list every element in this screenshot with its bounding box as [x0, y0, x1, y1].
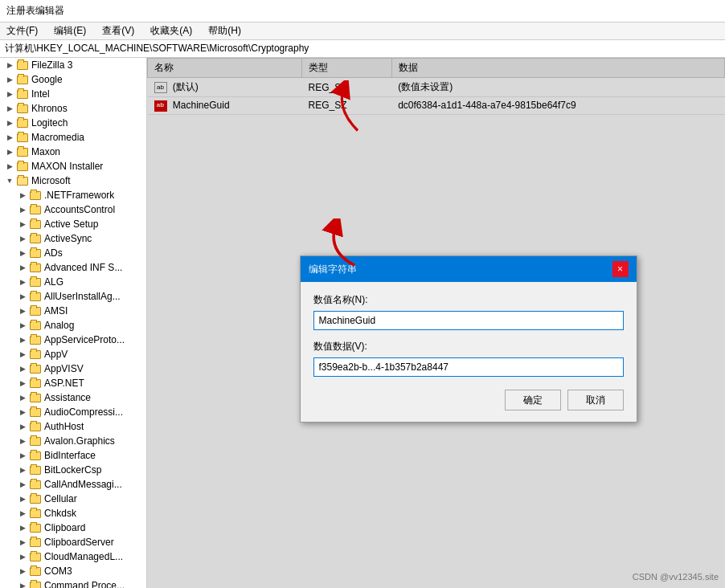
folder-icon — [29, 218, 42, 231]
tree-label: Avalon.Graphics — [44, 435, 115, 447]
tree-label: Active Setup — [44, 218, 98, 230]
tree-arrow: ▶ — [3, 90, 16, 98]
data-label: 数值数据(V): — [313, 340, 624, 353]
tree-item-google[interactable]: ▶ Google — [0, 72, 146, 87]
tree-item-clipboard[interactable]: ▶ Clipboard — [0, 521, 146, 535]
tree-item-accountscontrol[interactable]: ▶ AccountsControl — [0, 202, 146, 217]
tree-arrow: ▶ — [16, 509, 29, 517]
tree-item-appvisv[interactable]: ▶ AppVISV — [0, 361, 146, 376]
cancel-button[interactable]: 取消 — [567, 390, 624, 410]
address-bar: 计算机\HKEY_LOCAL_MACHINE\SOFTWARE\Microsof… — [0, 40, 725, 58]
tree-item-microsoft[interactable]: ▼ Microsoft — [0, 174, 146, 188]
tree-item-advancedinf[interactable]: ▶ Advanced INF S... — [0, 260, 146, 275]
tree-label: Assistance — [44, 392, 91, 403]
tree-item-cloudmanaged[interactable]: ▶ CloudManagedL... — [0, 549, 146, 564]
tree-label: COM3 — [44, 566, 72, 577]
tree-arrow: ▶ — [16, 220, 29, 228]
folder-icon — [29, 290, 42, 303]
title-bar: 注册表编辑器 — [0, 0, 725, 22]
tree-arrow: ▶ — [16, 451, 29, 459]
tree-arrow: ▶ — [16, 423, 29, 431]
tree-arrow: ▶ — [16, 321, 29, 329]
folder-icon — [16, 73, 29, 86]
name-input[interactable] — [313, 311, 624, 330]
tree-label: .NETFramework — [44, 190, 114, 201]
tree-label: ALG — [44, 276, 63, 288]
tree-panel[interactable]: ▶ FileZilla 3 ▶ Google ▶ Intel ▶ Khronos… — [0, 58, 147, 588]
folder-icon — [29, 261, 42, 274]
tree-item-intel[interactable]: ▶ Intel — [0, 87, 146, 101]
tree-item-avalon[interactable]: ▶ Avalon.Graphics — [0, 434, 146, 448]
folder-icon — [29, 536, 42, 549]
tree-item-maxon-installer[interactable]: ▶ MAXON Installer — [0, 159, 146, 174]
menu-file[interactable]: 文件(F) — [3, 23, 41, 39]
tree-arrow: ▶ — [16, 379, 29, 387]
tree-item-authhost[interactable]: ▶ AuthHost — [0, 419, 146, 434]
tree-arrow: ▶ — [16, 336, 29, 344]
folder-icon — [16, 102, 29, 115]
dialog-close-button[interactable]: × — [612, 261, 629, 277]
right-panel: 名称 类型 数据 ab (默认) REG_SZ (数值未设置) ab — [147, 58, 725, 588]
tree-item-commandproce[interactable]: ▶ Command Proce... — [0, 578, 146, 588]
folder-icon — [16, 145, 29, 158]
tree-arrow: ▶ — [3, 104, 16, 112]
tree-arrow: ▶ — [16, 206, 29, 214]
tree-label: BitLockerCsp — [44, 464, 101, 476]
tree-item-bidinterface[interactable]: ▶ BidInterface — [0, 448, 146, 463]
folder-icon — [16, 131, 29, 144]
tree-item-callandmessagi[interactable]: ▶ CallAndMessagi... — [0, 477, 146, 492]
tree-item-assistance[interactable]: ▶ Assistance — [0, 390, 146, 405]
folder-icon — [29, 319, 42, 332]
tree-label: Command Proce... — [44, 580, 125, 588]
tree-label: MAXON Installer — [31, 161, 103, 172]
folder-icon — [29, 203, 42, 216]
tree-item-ads[interactable]: ▶ ADs — [0, 246, 146, 260]
tree-item-aspnet[interactable]: ▶ ASP.NET — [0, 376, 146, 390]
tree-item-cellular[interactable]: ▶ Cellular — [0, 492, 146, 506]
tree-arrow: ▶ — [16, 524, 29, 532]
tree-item-alg[interactable]: ▶ ALG — [0, 275, 146, 289]
tree-item-bitlockercsp[interactable]: ▶ BitLockerCsp — [0, 463, 146, 477]
tree-arrow: ▶ — [3, 162, 16, 170]
folder-icon — [29, 449, 42, 462]
tree-label: Cellular — [44, 493, 77, 504]
folder-icon — [29, 189, 42, 202]
tree-arrow: ▶ — [16, 278, 29, 286]
tree-item-maxon[interactable]: ▶ Maxon — [0, 145, 146, 159]
tree-arrow: ▶ — [16, 394, 29, 402]
tree-label: ClipboardServer — [44, 537, 114, 548]
tree-item-analog[interactable]: ▶ Analog — [0, 318, 146, 333]
tree-item-clipboardserver[interactable]: ▶ ClipboardServer — [0, 535, 146, 549]
tree-item-audiocompressi[interactable]: ▶ AudioCompressi... — [0, 405, 146, 419]
tree-item-khronos[interactable]: ▶ Khronos — [0, 101, 146, 116]
menu-view[interactable]: 查看(V) — [99, 23, 137, 39]
menu-favorites[interactable]: 收藏夹(A) — [147, 23, 195, 39]
tree-item-alluserinstall[interactable]: ▶ AllUserInstallAg... — [0, 289, 146, 304]
tree-item-appv[interactable]: ▶ AppV — [0, 347, 146, 361]
tree-item-netframework[interactable]: ▶ .NETFramework — [0, 188, 146, 202]
tree-label: AppVISV — [44, 363, 84, 374]
data-input[interactable] — [313, 357, 624, 377]
tree-item-filezilla[interactable]: ▶ FileZilla 3 — [0, 58, 146, 72]
tree-item-amsi[interactable]: ▶ AMSI — [0, 304, 146, 318]
folder-icon — [29, 550, 42, 563]
tree-item-appserviceproto[interactable]: ▶ AppServiceProto... — [0, 333, 146, 347]
tree-label: AppServiceProto... — [44, 334, 125, 345]
menu-edit[interactable]: 编辑(E) — [51, 23, 89, 39]
menu-help[interactable]: 帮助(H) — [205, 23, 244, 39]
tree-label: ASP.NET — [44, 378, 84, 389]
tree-label: Google — [31, 74, 63, 85]
ok-button[interactable]: 确定 — [505, 390, 561, 410]
folder-icon — [29, 333, 42, 346]
folder-icon — [29, 435, 42, 447]
tree-item-logitech[interactable]: ▶ Logitech — [0, 116, 146, 130]
folder-icon — [29, 420, 42, 433]
dialog-body: 数值名称(N): 数值数据(V): 确定 取消 — [301, 282, 637, 422]
tree-item-chkdsk[interactable]: ▶ Chkdsk — [0, 506, 146, 521]
folder-icon — [29, 463, 42, 476]
tree-item-macromedia[interactable]: ▶ Macromedia — [0, 130, 146, 145]
tree-item-activesync[interactable]: ▶ ActiveSync — [0, 231, 146, 246]
tree-item-activesetup[interactable]: ▶ Active Setup — [0, 217, 146, 231]
folder-icon — [29, 362, 42, 375]
tree-item-com3[interactable]: ▶ COM3 — [0, 564, 146, 578]
